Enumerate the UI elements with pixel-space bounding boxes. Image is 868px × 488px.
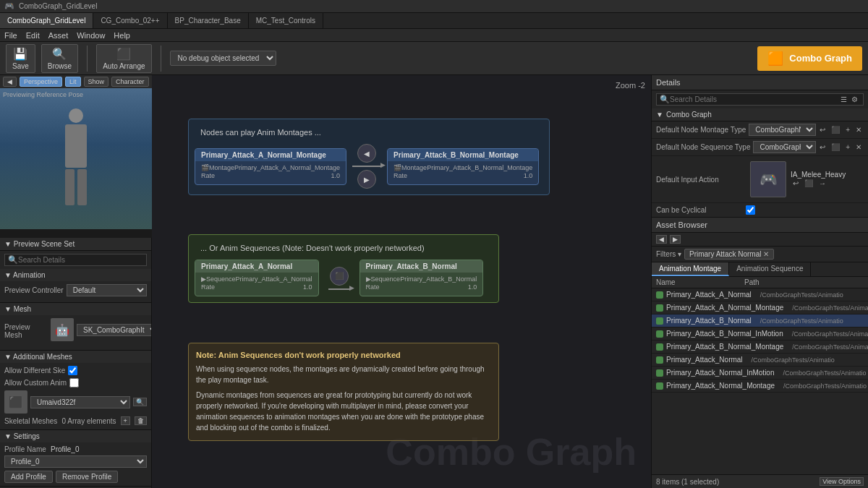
- asset-row[interactable]: Primary_Attack_B_Normal_Montage /ComboGr…: [652, 341, 868, 354]
- preview-mesh-label: Preview Mesh: [4, 323, 48, 339]
- additional-meshes-header[interactable]: ▼ Additional Meshes: [0, 351, 151, 363]
- default-sequence-type-select[interactable]: ComboGraphNodeSequence: [753, 141, 816, 153]
- mesh-header[interactable]: ▼ Mesh: [0, 303, 151, 315]
- anim-node-2-rate-row: Rate 1.0: [366, 283, 477, 291]
- asset-count: 8 items (1 selected): [656, 478, 719, 486]
- montage-node-1[interactable]: Primary_Attack_A_Normal_Montage 🎬 Montag…: [195, 148, 346, 185]
- montage-type-btn-1[interactable]: ↩: [817, 125, 827, 134]
- sequence-type-btn-2[interactable]: ⬛: [829, 142, 842, 152]
- anim-node-1[interactable]: Primary_Attack_A_Normal ▶ Sequence Prima…: [195, 260, 319, 296]
- tab-combo-grid[interactable]: ComboGraph_GridLevel: [0, 13, 93, 28]
- add-profile-button[interactable]: Add Profile: [4, 471, 53, 483]
- asset-cell-path: /ComboGraphTests/Animatio: [756, 291, 868, 299]
- viewport-show-btn[interactable]: Show: [84, 77, 109, 87]
- viewport-lit-btn[interactable]: Lit: [65, 77, 81, 87]
- details-section-header: ▼ Combo Graph: [652, 108, 868, 121]
- menu-file[interactable]: File: [4, 31, 17, 40]
- anim-node-1-ref: Primary_Attack_A_Normal: [236, 275, 312, 283]
- tab-animation-montage[interactable]: Animation Montage: [652, 262, 729, 276]
- asset-nav-forward[interactable]: ▶: [670, 235, 681, 244]
- montage-type-btn-3[interactable]: +: [843, 125, 852, 134]
- montage-node-2[interactable]: Primary_Attack_B_Normal_Montage 🎬 Montag…: [387, 148, 539, 185]
- default-sequence-type-row: Default Node Sequence Type ComboGraphNod…: [652, 139, 868, 156]
- can-be-cyclical-checkbox[interactable]: [746, 205, 755, 215]
- anim-node-1-header: Primary_Attack_A_Normal: [195, 260, 318, 273]
- browse-button[interactable]: 🔍 Browse: [41, 44, 78, 73]
- menu-edit[interactable]: Edit: [26, 31, 40, 40]
- details-search-input[interactable]: [670, 95, 838, 103]
- additional-mesh-select[interactable]: Umaivd322f: [30, 396, 130, 408]
- montage-node-2-header: Primary_Attack_B_Normal_Montage: [388, 149, 538, 161]
- viewport-character-btn[interactable]: Character: [111, 77, 149, 87]
- rate-label-3: Rate: [201, 283, 215, 291]
- asset-row[interactable]: Primary_Attack_B_Normal_InMotion /ComboG…: [652, 328, 868, 341]
- preview-controller-select[interactable]: Default: [67, 284, 147, 296]
- save-button[interactable]: 💾 Save: [6, 44, 35, 73]
- left-search-bar[interactable]: 🔍: [4, 254, 147, 266]
- default-montage-type-label: Default Node Montage Type: [656, 126, 746, 134]
- input-btn-1[interactable]: ↩: [791, 179, 801, 188]
- menu-asset[interactable]: Asset: [48, 31, 69, 40]
- auto-arrange-button[interactable]: ⬛ Auto Arrange: [96, 44, 151, 73]
- debug-object-select[interactable]: No debug object selected: [170, 51, 276, 66]
- filter-remove-btn[interactable]: ✕: [763, 250, 769, 258]
- menu-help[interactable]: Help: [114, 31, 130, 40]
- remove-profile-button[interactable]: Remove Profile: [56, 471, 118, 483]
- sequence-type-btn-1[interactable]: ↩: [817, 142, 827, 152]
- details-search-bar[interactable]: 🔍 ☰ ⚙: [656, 93, 864, 106]
- input-btn-2[interactable]: ⬛: [802, 179, 815, 188]
- asset-cell-name: Primary_Attack_B_Normal_InMotion: [652, 329, 788, 338]
- preview-mesh-row: Preview Mesh 🤖 SK_ComboGraphIt 🔍 ↩ →: [4, 318, 147, 344]
- seq-icon: ▶: [201, 275, 206, 283]
- allow-diff-sk-checkbox[interactable]: [68, 366, 77, 375]
- montage-type-btn-2[interactable]: ⬛: [829, 125, 842, 134]
- tab-mc-test[interactable]: MC_Test_Controls: [249, 13, 323, 28]
- preview-scene-header[interactable]: ▼ Preview Scene Set: [0, 238, 151, 250]
- tab-animation-sequence[interactable]: Animation Sequence: [729, 262, 811, 276]
- window-titlebar: 🎮 ComboGraph_GridLevel: [0, 0, 868, 13]
- animation-header[interactable]: ▼ Animation: [0, 269, 151, 281]
- asset-name-label: Primary_Attack_A_Normal: [666, 291, 752, 299]
- viewport-back-btn[interactable]: ◀: [3, 77, 17, 87]
- rate-label-4: Rate: [366, 283, 380, 291]
- asset-row[interactable]: Primary_Attack_B_Normal /ComboGraphTests…: [652, 314, 868, 328]
- view-options-btn[interactable]: View Options: [820, 477, 864, 486]
- settings-header[interactable]: ▼ Settings: [0, 430, 151, 442]
- asset-nav-back[interactable]: ◀: [656, 235, 667, 244]
- additional-mesh-browse-btn[interactable]: 🔍: [133, 398, 147, 406]
- add-skeletal-btn[interactable]: +: [121, 416, 130, 425]
- profile-select[interactable]: Profile_0: [4, 455, 147, 468]
- asset-row[interactable]: Primary_Attack_A_Normal /ComboGraphTests…: [652, 288, 868, 301]
- asset-row[interactable]: Primary_Attack_Normal_InMotion /ComboGra…: [652, 367, 868, 380]
- anim-node-2[interactable]: Primary_Attack_B_Normal ▶ Sequence Prima…: [359, 260, 484, 296]
- graph-canvas[interactable]: Zoom -2 Combo Graph Nodes can play Anim …: [152, 75, 651, 488]
- asset-name-label: Primary_Attack_B_Normal_InMotion: [666, 330, 783, 338]
- asset-row[interactable]: Primary_Attack_Normal_Montage /ComboGrap…: [652, 380, 868, 393]
- asset-cell-name: Primary_Attack_B_Normal: [652, 316, 756, 325]
- asset-row[interactable]: Primary_Attack_Normal /ComboGraphTests/A…: [652, 354, 868, 367]
- details-settings-btn[interactable]: ⚙: [849, 95, 860, 104]
- sequence-type-btn-4[interactable]: ✕: [854, 142, 864, 152]
- remove-skeletal-btn[interactable]: 🗑: [135, 416, 147, 425]
- montage-connector: ◀ ▶: [352, 144, 381, 189]
- anim-node-1-type-row: ▶ Sequence Primary_Attack_A_Normal: [201, 275, 312, 283]
- asset-name-label: Primary_Attack_Normal_InMotion: [666, 369, 775, 377]
- left-search-input[interactable]: [18, 256, 143, 264]
- sequence-type-btn-3[interactable]: +: [843, 142, 852, 152]
- input-btn-3[interactable]: →: [817, 179, 828, 188]
- asset-color-icon: [656, 356, 663, 364]
- asset-row[interactable]: Primary_Attack_A_Normal_Montage /ComboGr…: [652, 301, 868, 314]
- tab-cg-combo[interactable]: CG_Combo_02++: [93, 13, 167, 28]
- menu-window[interactable]: Window: [77, 31, 105, 40]
- combo-graph-button[interactable]: 🟧 Combo Graph: [757, 46, 862, 71]
- asset-browser: Asset Browser ◀ ▶ Filters ▾ Primary Atta…: [652, 217, 868, 488]
- tab-bp-character[interactable]: BP_Character_Base: [168, 13, 249, 28]
- details-list-view-btn[interactable]: ☰: [838, 95, 849, 104]
- montage-type-btn-4[interactable]: ✕: [854, 125, 864, 134]
- mesh-select[interactable]: SK_ComboGraphIt: [77, 324, 151, 336]
- viewport-perspective-btn[interactable]: Perspective: [20, 77, 62, 87]
- default-montage-type-select[interactable]: ComboGraphNodeMontage: [749, 124, 816, 136]
- filter-tag-primary[interactable]: Primary Attack Normal ✕: [684, 249, 774, 260]
- allow-custom-anim-checkbox[interactable]: [69, 378, 79, 388]
- anim-node-2-ref: Primary_Attack_B_Normal: [400, 275, 477, 283]
